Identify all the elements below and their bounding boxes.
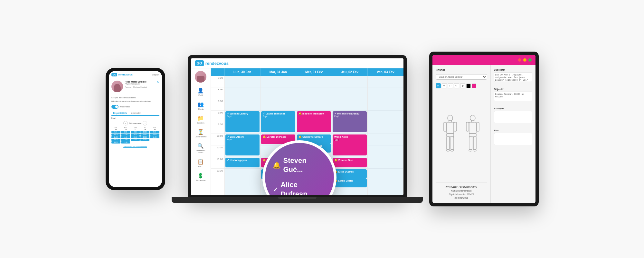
dossiers-icon: 📁 <box>197 114 204 122</box>
phone-next-week[interactable]: › <box>143 121 147 125</box>
tool-color-black[interactable] <box>466 84 471 88</box>
tablet-objectif-section: Objectif Examen Fémoral 00000 à: Mesure <box>494 88 532 103</box>
sidebar-item-rechercher[interactable]: 🔍 Rechercherrendez <box>192 141 209 155</box>
svg-rect-12 <box>469 122 476 134</box>
cal-day-fri: Ven, 03 Fév <box>367 68 403 76</box>
laptop-base <box>172 197 423 203</box>
phone-tab-information[interactable]: Information <box>129 111 143 115</box>
phone-insurance-label: Offre les réclamations d'assurance imméd… <box>109 100 162 104</box>
sidebar-avatar <box>195 71 206 83</box>
appt-vincent-sue[interactable]: 🔔Vincent Sue <box>333 158 367 167</box>
sidebar-item-liste-attente[interactable]: ⏳ Liste d'attente <box>192 127 209 139</box>
sidebar-label-liste-attente: Liste d'attente <box>194 136 206 138</box>
appt-kevin-nguyen[interactable]: ✓Kevin Nguyen <box>225 158 260 167</box>
svg-rect-3 <box>444 122 446 131</box>
tablet-plan-title: Plan <box>494 129 532 132</box>
tool-redo[interactable]: ↪ <box>454 83 459 88</box>
svg-rect-13 <box>466 122 469 131</box>
tablet-plan-section: Plan <box>494 129 532 146</box>
app-logo: GO rendezvous <box>195 60 229 66</box>
tablet-dot-red <box>518 58 521 62</box>
tool-pencil[interactable]: ✏ <box>436 83 441 88</box>
magnify-bell-icon: 🔔 <box>273 161 281 169</box>
svg-rect-2 <box>447 122 454 134</box>
phone-view-all[interactable]: Voir toutes les disponibilités <box>109 144 162 149</box>
tablet-tools: ✏ ✒ ↩ ↪ 🗑 <box>436 82 487 89</box>
magnify-item-2: ✓ Alice Dufresn... <box>273 180 326 195</box>
sidebar-label-dossiers: Dossiers <box>197 122 204 124</box>
phone-week-label: Cette semaine <box>129 122 142 124</box>
tool-clear[interactable]: 🗑 <box>460 83 465 88</box>
phone-toggle[interactable] <box>111 105 118 109</box>
appt-louis-lozito[interactable]: 🔔Louis Lozito <box>333 178 367 187</box>
magnify-item-1: 🔔 Steven Gué... <box>273 156 326 174</box>
phone-prev-week[interactable]: ‹ <box>123 121 128 125</box>
sidebar-item-profil[interactable]: 👤 Profil <box>192 85 209 98</box>
tablet-screen: Dessin Examen Adulte Contour ✏ ✒ ↩ ↪ 🗑 <box>432 55 535 203</box>
day-col-thu: ✓Mélanie Falardeau Payé Walid Akiki 8$$ <box>332 76 367 195</box>
phone-edit-icon[interactable]: ✎ <box>157 81 159 84</box>
tool-pen[interactable]: ✒ <box>442 83 447 88</box>
sidebar-item-clients[interactable]: 👥 Clients <box>192 99 209 112</box>
tablet-subjectif-title: Subjectif <box>494 68 532 71</box>
appt-elise-dupres[interactable]: 🔔Élise Duprés <box>333 169 367 178</box>
phone-profile-info: Rose-Marie Soulière Physiothérapeute Fem… <box>125 81 155 88</box>
phone-profile-name: Rose-Marie Soulière <box>125 81 155 83</box>
phone-tab-disponibilites[interactable]: Disponibilités <box>111 111 129 116</box>
phone-profile-section: Rose-Marie Soulière Physiothérapeute Fem… <box>109 78 162 95</box>
svg-rect-5 <box>447 134 454 137</box>
sidebar-item-facturation[interactable]: 💲 Facturation <box>192 170 209 183</box>
tablet-body: Dessin Examen Adulte Contour ✏ ✒ ↩ ↪ 🗑 <box>432 65 535 203</box>
avatar-silhouette <box>114 84 121 92</box>
sidebar-label-rechercher: Rechercherrendez <box>196 150 205 154</box>
sidebar-label-clients: Clients <box>198 108 204 110</box>
calendar-header: Lun, 30 Jan Mar, 31 Jan Mer, 01 Fév Jeu,… <box>211 68 403 76</box>
signature-name: Nathalie Desroimeaux <box>439 189 484 192</box>
svg-rect-7 <box>451 137 454 150</box>
tablet-right-panel: Subjectif Lun 30 AVD à l'épaule, soignan… <box>490 65 535 203</box>
tablet-objectif-title: Objectif <box>494 88 532 91</box>
svg-point-0 <box>448 115 453 121</box>
phone-profile-tags: Femme · Clinique Muviná <box>125 86 155 88</box>
tablet-subjectif-section: Subjectif Lun 30 AVD à l'épaule, soignan… <box>494 68 532 83</box>
svg-rect-6 <box>447 137 450 150</box>
body-drawing-area <box>436 92 487 180</box>
laptop-screen: GO rendezvous 👤 Profil <box>191 58 403 195</box>
signature-date: 2 Février 2025 <box>439 196 484 199</box>
tool-color-red[interactable] <box>472 84 476 88</box>
liste-attente-icon: ⏳ <box>197 128 204 135</box>
sidebar-item-dossiers[interactable]: 📁 Dossiers <box>192 113 209 125</box>
tablet-subjectif-content[interactable]: Lun 30 AVD à l'épaule, soignante avec le… <box>494 72 532 82</box>
tool-undo[interactable]: ↩ <box>448 83 453 88</box>
svg-rect-4 <box>454 122 457 131</box>
app-header: GO rendezvous <box>191 58 403 68</box>
calendar-area: Lun, 30 Jan Mar, 31 Jan Mer, 01 Fév Jeu,… <box>211 68 403 195</box>
svg-rect-16 <box>469 137 472 150</box>
svg-point-10 <box>470 115 475 121</box>
phone-logo-text: rendezvous <box>118 73 132 76</box>
facturation-icon: 💲 <box>197 172 204 179</box>
phone-mini-calendar: Lun 21 9:00 10:00 11:00 12:00 13:00 Mar … <box>109 126 162 144</box>
phone-suivi-label: Suivi <box>109 116 162 120</box>
sidebar-label-facturation: Facturation <box>196 179 205 181</box>
phone-language: English <box>152 74 159 76</box>
phone-profile-role: Physiothérapeute <box>125 83 155 85</box>
phone-header: GO rendezvous English <box>109 71 162 78</box>
magnify-check-icon: ✓ <box>273 185 278 194</box>
tablet-analyse-content[interactable] <box>494 111 532 123</box>
tablet-device: Dessin Examen Adulte Contour ✏ ✒ ↩ ↪ 🗑 <box>429 52 539 206</box>
sidebar: 👤 Profil 👥 Clients 📁 Dossiers ⏳ <box>191 68 211 195</box>
phone-logo-box: GO <box>111 73 118 76</box>
tablet-plan-content[interactable] <box>494 133 532 145</box>
tablet-exam-select[interactable]: Examen Adulte Contour <box>436 74 487 80</box>
tablet-objectif-content[interactable]: Examen Fémoral 00000 à: Mesure <box>494 92 532 101</box>
app-logo-box: GO <box>195 60 204 66</box>
day-col-mon: ✓William Landry Payé ✓Julie Albert Payé <box>224 76 260 195</box>
phone-toggle-row: iMutomatiso <box>109 104 162 110</box>
cal-day-thu: Jeu, 02 Fév <box>332 68 367 76</box>
sidebar-item-rec[interactable]: 📋 Rec... <box>192 156 209 169</box>
tablet-left-panel: Dessin Examen Adulte Contour ✏ ✒ ↩ ↪ 🗑 <box>432 65 490 203</box>
app-body: 👤 Profil 👥 Clients 📁 Dossiers ⏳ <box>191 68 403 195</box>
mini-day-thu: Jeu 24 10:00 11:00 12:00 13:00 <box>140 127 149 144</box>
phone-logo: GO rendezvous <box>111 73 133 76</box>
